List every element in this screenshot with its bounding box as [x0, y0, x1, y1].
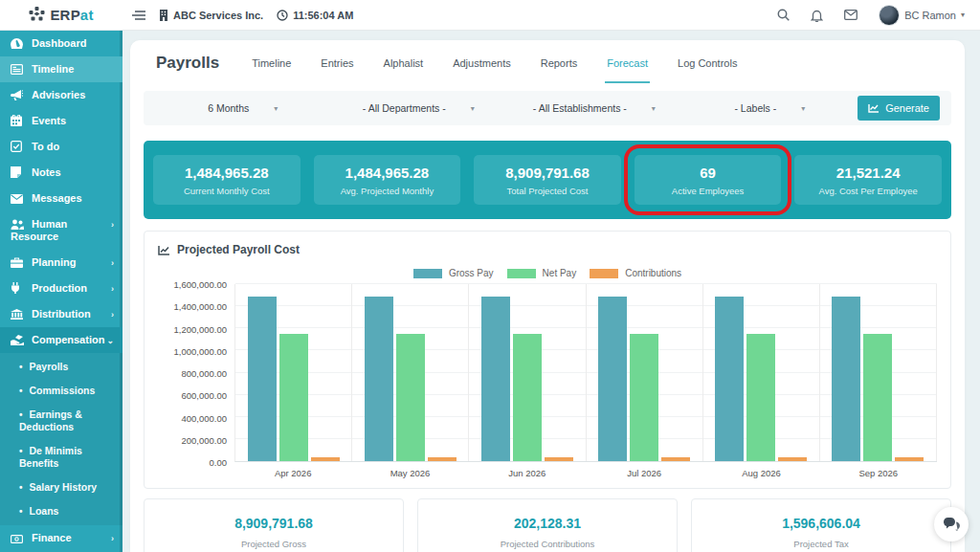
- y-tick-label: 1,400,000.00: [174, 301, 227, 312]
- tab-alphalist[interactable]: Alphalist: [382, 42, 426, 83]
- topbar: ERPat ABC Services Inc. 11:56:04 AM: [0, 0, 980, 31]
- submenu-item-payrolls[interactable]: •Payrolls: [0, 355, 122, 379]
- tab-forecast[interactable]: Forecast: [605, 42, 650, 83]
- y-tick-label: 600,000.00: [181, 390, 227, 401]
- x-tick-label: Aug 2026: [702, 468, 819, 478]
- sidebar-item-dashboard[interactable]: Dashboard: [0, 31, 122, 56]
- generate-button[interactable]: Generate: [858, 96, 940, 121]
- tab-reports[interactable]: Reports: [539, 42, 580, 83]
- summary-projected-tax: 1,596,606.04 Projected Tax: [691, 498, 951, 552]
- megaphone-icon: [11, 90, 25, 100]
- chart-area: 0.00200,000.00400,000.00600,000.00800,00…: [158, 284, 937, 462]
- sidebar-item-human-resource[interactable]: Human Resource›: [0, 211, 122, 250]
- legend-label: Gross Pay: [449, 268, 494, 278]
- bullet-icon: •: [19, 386, 23, 396]
- bar-gross-pay: [598, 297, 627, 461]
- main-area: Payrolls Timeline Entries Alphalist Adju…: [122, 31, 980, 552]
- briefcase-icon: [11, 257, 25, 268]
- sidebar-item-messages[interactable]: Messages: [0, 186, 122, 211]
- stat-avg-cost-per-employee: 21,521.24 Avg. Cost Per Employee: [794, 155, 942, 205]
- note-icon: [11, 166, 25, 178]
- chart-title: Projected Payroll Cost: [158, 243, 937, 256]
- sidebar-item-timeline[interactable]: Timeline: [0, 56, 122, 82]
- y-tick-label: 1,000,000.00: [174, 345, 227, 356]
- summary-projected-contributions: 202,128.31 Projected Contributions: [417, 498, 678, 552]
- labels-select[interactable]: - Labels -▾: [682, 102, 858, 114]
- chevron-right-icon: ›: [111, 283, 114, 296]
- y-tick-label: 200,000.00: [181, 434, 227, 445]
- messages-mail-icon[interactable]: [844, 10, 858, 20]
- submenu-item-earnings-deductions[interactable]: •Earnings & Deductions: [0, 403, 122, 439]
- sidebar-item-todo[interactable]: To do: [0, 134, 122, 160]
- stat-total-projected-cost: 8,909,791.68 Total Projected Cost: [474, 155, 621, 205]
- summary-projected-gross: 8,909,791.68 Projected Gross: [144, 498, 404, 552]
- chart-line-icon: [158, 245, 170, 255]
- x-tick-label: Apr 2026: [234, 468, 351, 478]
- chat-button[interactable]: [934, 507, 969, 541]
- legend-item-net-pay: Net Pay: [507, 268, 577, 278]
- legend-label: Net Pay: [543, 268, 577, 278]
- company-name: ABC Services Inc.: [173, 10, 263, 21]
- chevron-down-icon: ▾: [961, 11, 965, 19]
- y-tick-label: 1,600,000.00: [174, 279, 227, 290]
- chart-card: Projected Payroll Cost Gross PayNet PayC…: [144, 231, 951, 489]
- legend-item-gross-pay: Gross Pay: [413, 268, 494, 278]
- timeline-icon: [11, 64, 25, 75]
- user-name: BC Ramon: [904, 10, 956, 21]
- submenu-item-commissions[interactable]: •Commissions: [0, 379, 122, 403]
- tab-log-controls[interactable]: Log Controls: [676, 42, 739, 83]
- menu-toggle-icon[interactable]: [132, 10, 145, 21]
- sidebar-item-notes[interactable]: Notes: [0, 160, 122, 186]
- sidebar-item-compensation[interactable]: Compensation⌄: [0, 327, 122, 353]
- tab-entries[interactable]: Entries: [319, 42, 355, 83]
- bar-net-pay: [863, 334, 892, 461]
- bullet-icon: •: [19, 409, 23, 420]
- sidebar-item-planning[interactable]: Planning›: [0, 250, 122, 276]
- period-select[interactable]: 6 Months▾: [155, 102, 331, 114]
- x-tick-label: Jul 2026: [586, 468, 702, 478]
- sidebar-item-advisories[interactable]: Advisories: [0, 82, 122, 108]
- user-menu[interactable]: BC Ramon ▾: [879, 5, 965, 26]
- sidebar-item-finance[interactable]: Finance›: [0, 525, 122, 551]
- bar-net-pay: [513, 334, 542, 461]
- app-logo-text: ERPat: [50, 7, 93, 23]
- sidebar-item-events[interactable]: Events: [0, 108, 122, 134]
- establishments-select[interactable]: - All Establishments -▾: [506, 102, 682, 114]
- chart-plot: [234, 284, 937, 462]
- chart-line-icon: [868, 103, 880, 113]
- company-selector[interactable]: ABC Services Inc.: [159, 10, 263, 21]
- sidebar: Dashboard Timeline Advisories Events To …: [0, 31, 122, 552]
- submenu-item-de-minimis-benefits[interactable]: •De Minimis Benefits: [0, 439, 122, 475]
- sidebar-item-production[interactable]: Production›: [0, 276, 122, 301]
- y-tick-label: 400,000.00: [181, 412, 227, 423]
- departments-select[interactable]: - All Departments -▾: [331, 102, 507, 114]
- chart-y-axis: 0.00200,000.00400,000.00600,000.00800,00…: [158, 284, 234, 462]
- submenu-item-salary-history[interactable]: •Salary History: [0, 475, 122, 499]
- envelope-icon: [11, 194, 25, 204]
- filter-bar: 6 Months▾ - All Departments -▾ - All Est…: [144, 91, 951, 125]
- hand-money-icon: [11, 335, 25, 345]
- chart-x-axis: Apr 2026May 2026Jun 2026Jul 2026Aug 2026…: [234, 468, 937, 478]
- clock-widget: 11:56:04 AM: [277, 10, 353, 21]
- sidebar-item-distribution[interactable]: Distribution›: [0, 301, 122, 327]
- plug-icon: [11, 282, 25, 294]
- app-logo[interactable]: ERPat: [0, 7, 122, 23]
- compensation-submenu: •Payrolls •Commissions •Earnings & Deduc…: [0, 353, 122, 525]
- tab-timeline[interactable]: Timeline: [250, 42, 293, 83]
- legend-label: Contributions: [625, 268, 681, 278]
- tab-adjustments[interactable]: Adjustments: [451, 42, 513, 83]
- y-tick-label: 0.00: [210, 457, 228, 468]
- chart-legend: Gross PayNet PayContributions: [158, 268, 937, 278]
- bar-group-jun-2026: [469, 284, 586, 461]
- bar-gross-pay: [365, 297, 393, 461]
- search-icon[interactable]: [777, 9, 790, 21]
- bar-group-sep-2026: [820, 284, 937, 461]
- chevron-down-icon: ▾: [801, 104, 805, 113]
- chevron-right-icon: ›: [111, 533, 114, 545]
- notifications-bell-icon[interactable]: [811, 9, 823, 22]
- bar-group-apr-2026: [235, 284, 352, 461]
- bar-gross-pay: [248, 297, 277, 461]
- submenu-item-loans[interactable]: •Loans: [0, 499, 122, 523]
- bar-gross-pay: [481, 297, 510, 461]
- bar-gross-pay: [832, 297, 860, 461]
